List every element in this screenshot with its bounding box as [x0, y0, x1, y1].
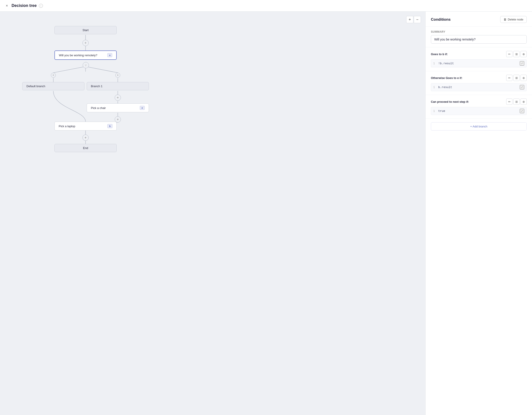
zoom-in-button[interactable]: + — [406, 16, 413, 23]
code-row-2: 1 b.result ⤢ — [431, 83, 527, 91]
condition-header-1: Goes to b if: ✏ ⊞ ⊕ — [431, 51, 527, 57]
condition-block-2: Otherwise Goes to e if: ✏ ⊞ ⊕ 1 b.result… — [426, 71, 532, 95]
pin-button-3[interactable]: ⊕ — [521, 99, 527, 105]
start-node[interactable]: Start — [55, 26, 117, 34]
pin-button-1[interactable]: ⊕ — [521, 51, 527, 57]
expand-button-2[interactable]: ⤢ — [520, 85, 524, 89]
split-icon: ⑂ — [83, 62, 89, 68]
condition-header-3: Can proceed to next step if: ✏ ⊞ ⊕ — [431, 99, 527, 105]
trash-icon: 🗑 — [504, 18, 506, 21]
info-icon[interactable]: i — [39, 4, 43, 8]
line-num-3: 1 — [433, 109, 436, 113]
add-button-1[interactable]: + — [82, 40, 89, 46]
condition-title-2: Otherwise Goes to e if: — [431, 76, 462, 80]
condition-header-2: Otherwise Goes to e if: ✏ ⊞ ⊕ — [431, 75, 527, 81]
pick-laptop-node[interactable]: Pick a laptop b — [55, 122, 117, 130]
end-node[interactable]: End — [55, 144, 117, 152]
expand-button-1[interactable]: ⤢ — [520, 61, 524, 66]
code-text-1: !b.result — [438, 62, 518, 65]
line-num-2: 1 — [433, 86, 436, 89]
x-button-right[interactable]: × — [115, 73, 120, 78]
code-text-2: b.result — [438, 86, 518, 89]
pick-chair-node[interactable]: Pick a chair e — [87, 103, 149, 112]
pin-button-2[interactable]: ⊕ — [521, 75, 527, 81]
edit-button-3[interactable]: ✏ — [506, 99, 513, 105]
x-button-left[interactable]: × — [51, 73, 56, 78]
zoom-out-button[interactable]: − — [414, 16, 421, 23]
panel-title: Conditions — [431, 17, 451, 22]
summary-label: Summary — [431, 30, 527, 33]
panel-header: Conditions 🗑 Delete node — [426, 11, 532, 27]
add-branch-button[interactable]: + Add branch — [431, 122, 527, 130]
condition-actions-2: ✏ ⊞ ⊕ — [506, 75, 527, 81]
main-layout: + − — [0, 11, 532, 415]
page-title: Decision tree — [11, 3, 37, 8]
add-button-4[interactable]: + — [82, 135, 89, 141]
condition-title-1: Goes to b if: — [431, 52, 448, 56]
conditions-panel: Conditions 🗑 Delete node Summary Goes to… — [425, 11, 532, 415]
svg-line-3 — [86, 67, 118, 73]
code-row-3: 1 true ⤢ — [431, 107, 527, 115]
zoom-controls: + − — [406, 16, 421, 23]
condition-actions-1: ✏ ⊞ ⊕ — [506, 51, 527, 57]
flow-canvas[interactable]: + − — [0, 11, 425, 415]
code-text-3: true — [438, 109, 518, 113]
condition-actions-3: ✏ ⊞ ⊕ — [506, 99, 527, 105]
app-header: × Decision tree i — [0, 0, 532, 11]
add-button-right[interactable]: + — [115, 95, 121, 101]
close-button[interactable]: × — [4, 3, 9, 8]
branch1-node[interactable]: Branch 1 — [87, 82, 149, 90]
condition-block-1: Goes to b if: ✏ ⊞ ⊕ 1 !b.result ⤢ — [426, 47, 532, 71]
decision-node[interactable]: Will you be working remotely? a — [55, 50, 117, 60]
default-branch-node[interactable]: Default branch — [22, 82, 85, 90]
code-button-3[interactable]: ⊞ — [513, 99, 520, 105]
svg-line-2 — [53, 67, 86, 73]
summary-input[interactable] — [431, 35, 527, 44]
expand-button-3[interactable]: ⤢ — [520, 109, 524, 113]
edit-button-1[interactable]: ✏ — [506, 51, 513, 57]
edit-button-2[interactable]: ✏ — [506, 75, 513, 81]
condition-block-3: Can proceed to next step if: ✏ ⊞ ⊕ 1 tru… — [426, 95, 532, 119]
summary-section: Summary — [426, 27, 532, 47]
code-row-1: 1 !b.result ⤢ — [431, 59, 527, 67]
condition-title-3: Can proceed to next step if: — [431, 100, 469, 103]
code-button-2[interactable]: ⊞ — [513, 75, 520, 81]
line-num-1: 1 — [433, 62, 436, 65]
delete-node-button[interactable]: 🗑 Delete node — [500, 16, 527, 23]
code-button-1[interactable]: ⊞ — [513, 51, 520, 57]
